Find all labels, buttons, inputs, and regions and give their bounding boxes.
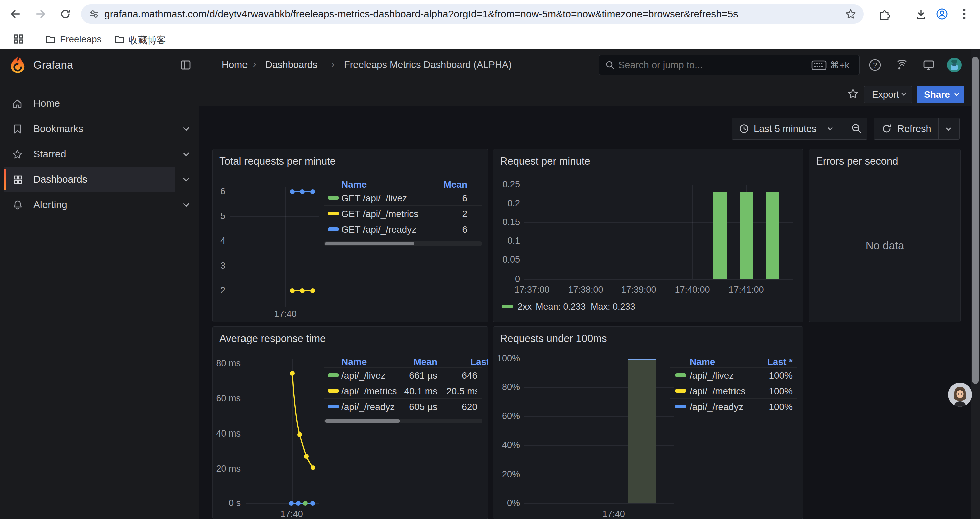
- data-point[interactable]: [300, 288, 305, 293]
- gridline: [231, 216, 319, 217]
- help-icon[interactable]: ?: [868, 58, 882, 73]
- favorite-star-icon[interactable]: [847, 88, 859, 101]
- x-tick: 17:39:00: [619, 284, 659, 295]
- y-tick: 5: [213, 211, 226, 222]
- export-label[interactable]: Export: [872, 89, 899, 100]
- data-point[interactable]: [310, 501, 315, 506]
- row-separator: [324, 367, 482, 368]
- user-avatar[interactable]: [947, 57, 962, 74]
- series-name[interactable]: GET /api/_/livez: [341, 193, 407, 204]
- panel-title[interactable]: Errors per second: [816, 155, 898, 167]
- legend-header-name[interactable]: Name: [341, 357, 367, 367]
- download-icon[interactable]: [915, 8, 927, 22]
- legend-header-name[interactable]: Name: [341, 179, 367, 190]
- series-color-pill: [675, 389, 686, 393]
- y-tick: 0.2: [493, 198, 520, 209]
- series-value: 2: [411, 209, 467, 219]
- share-dropdown-button[interactable]: [950, 86, 964, 103]
- data-point[interactable]: [289, 501, 294, 506]
- sidebar-item-bookmarks[interactable]: Bookmarks: [0, 116, 199, 142]
- data-point[interactable]: [296, 501, 301, 506]
- url-bar[interactable]: [81, 4, 864, 24]
- sidebar-item-home[interactable]: Home: [0, 91, 199, 116]
- series-name[interactable]: GET /api/_/metrics: [341, 209, 418, 219]
- chevron-down-icon[interactable]: [946, 126, 951, 131]
- extensions-icon[interactable]: [878, 8, 890, 21]
- legend-scrollbar-thumb[interactable]: [325, 242, 414, 246]
- bookmark-star-icon[interactable]: [845, 8, 856, 21]
- series-name[interactable]: /api/_/readyz: [690, 402, 743, 412]
- clock-icon: [739, 124, 749, 135]
- no-data-label: No data: [809, 240, 960, 252]
- chevron-down-icon[interactable]: [183, 201, 189, 207]
- panel-title[interactable]: Total requests per minute: [220, 155, 336, 167]
- series-color-pill: [328, 389, 339, 393]
- page-scrollbar-thumb[interactable]: [972, 57, 978, 384]
- legend-header-mean[interactable]: Mean: [411, 179, 467, 190]
- data-point[interactable]: [310, 288, 315, 293]
- bookmarks-divider: [39, 32, 39, 46]
- back-icon[interactable]: [10, 8, 21, 21]
- grafana-logo[interactable]: [9, 56, 27, 76]
- forward-icon[interactable]: [35, 8, 47, 21]
- series-name[interactable]: /api/_/metrics: [690, 386, 746, 397]
- series-name[interactable]: /api/_/metrics: [341, 386, 397, 397]
- search-input[interactable]: [619, 59, 805, 71]
- legend-header-name[interactable]: Name: [690, 357, 715, 367]
- profile-icon[interactable]: [936, 8, 948, 21]
- chevron-down-icon[interactable]: [827, 125, 833, 131]
- series-name[interactable]: /api/_/livez: [690, 370, 734, 381]
- gridline: [586, 185, 586, 279]
- bar-2xx[interactable]: [713, 192, 727, 279]
- panel-title[interactable]: Requests under 100ms: [500, 333, 607, 345]
- refresh-label[interactable]: Refresh: [897, 123, 931, 134]
- dashboards-grid-icon: [13, 174, 23, 186]
- series-name[interactable]: GET /api/_/readyz: [341, 224, 416, 235]
- series-mean: 605 µs: [393, 402, 437, 412]
- floating-avatar[interactable]: [948, 383, 972, 407]
- sidebar-item-starred[interactable]: Starred: [0, 142, 199, 167]
- data-point[interactable]: [303, 501, 307, 506]
- site-settings-icon[interactable]: [89, 9, 99, 21]
- monitor-icon[interactable]: [922, 59, 935, 73]
- series-value: 6: [411, 193, 467, 204]
- rss-icon[interactable]: [895, 59, 908, 73]
- chevron-down-icon[interactable]: [183, 125, 189, 131]
- home-icon: [12, 98, 23, 110]
- data-point[interactable]: [290, 288, 294, 293]
- menu-dots-icon[interactable]: [963, 8, 966, 21]
- folder-icon: [45, 34, 56, 46]
- legend-header-mean[interactable]: Mean: [393, 357, 437, 367]
- search-box[interactable]: ⌘+k: [599, 55, 859, 75]
- url-input[interactable]: [104, 8, 832, 20]
- data-point[interactable]: [290, 189, 294, 194]
- time-range-label[interactable]: Last 5 minutes: [754, 123, 816, 134]
- bookmark-icon: [13, 124, 23, 136]
- series-name[interactable]: /api/_/livez: [341, 370, 385, 381]
- grafana-header: Home › Dashboards › Freeleaps Metrics Da…: [199, 50, 980, 81]
- data-point[interactable]: [310, 189, 315, 194]
- series-name[interactable]: /api/_/readyz: [341, 402, 395, 412]
- legend-scrollbar-thumb[interactable]: [325, 420, 400, 423]
- dock-sidebar-icon[interactable]: [180, 59, 191, 72]
- data-point[interactable]: [300, 189, 305, 194]
- legend-header-last[interactable]: Last *: [470, 357, 488, 367]
- legend-series-name[interactable]: 2xx: [518, 302, 532, 312]
- bar-under-100ms[interactable]: [628, 359, 656, 503]
- zoom-out-icon[interactable]: [851, 123, 862, 136]
- share-label[interactable]: Share: [924, 89, 950, 100]
- apps-grid-icon[interactable]: [13, 34, 24, 46]
- refresh-button-group: Refresh: [873, 118, 960, 140]
- sidebar-item-alerting[interactable]: Alerting: [0, 192, 199, 218]
- chevron-down-icon[interactable]: [183, 150, 189, 156]
- chevron-down-icon[interactable]: [183, 175, 189, 181]
- reload-icon[interactable]: [59, 8, 72, 21]
- panel-title[interactable]: Request per minute: [500, 155, 590, 167]
- sidebar-item-dashboards[interactable]: Dashboards: [0, 167, 199, 192]
- legend-header-last[interactable]: Last *: [747, 357, 792, 367]
- sidebar-item-label: Dashboards: [33, 174, 88, 185]
- bar-2xx[interactable]: [765, 192, 779, 279]
- bar-2xx[interactable]: [740, 192, 753, 279]
- breadcrumb-home[interactable]: Home: [222, 59, 248, 70]
- breadcrumb-dashboards[interactable]: Dashboards: [265, 59, 317, 70]
